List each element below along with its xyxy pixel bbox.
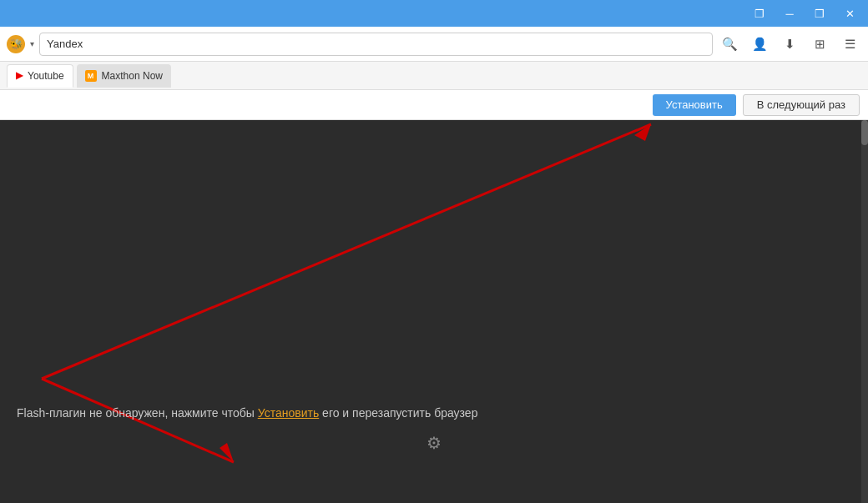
tab-maxthon-label: Maxthon Now (102, 70, 163, 82)
settings-icon[interactable]: ⚙ (426, 433, 442, 453)
svg-line-2 (42, 379, 234, 462)
search-icon[interactable]: 🔍 (718, 33, 741, 56)
toolbar: 🐝 ▾ Yandex 🔍 👤 ⬇ ⊞ ☰ (0, 27, 868, 62)
later-button[interactable]: В следующий раз (743, 94, 860, 116)
download-icon[interactable]: ⬇ (778, 33, 801, 56)
menu-icon[interactable]: ☰ (838, 33, 861, 56)
address-text: Yandex (47, 38, 83, 50)
svg-marker-3 (220, 443, 234, 462)
install-button[interactable]: Установить (653, 94, 736, 116)
close-button[interactable]: ✕ (835, 1, 865, 26)
maximize-button[interactable]: ❒ (805, 1, 835, 26)
tab-maxthon[interactable]: M Maxthon Now (77, 64, 171, 88)
svg-line-0 (42, 124, 651, 379)
maxthon-favicon-icon: M (85, 70, 97, 82)
flash-text-before: Flash-плагин не обнаружен, нажмите чтобы (17, 406, 258, 420)
dropdown-arrow-icon[interactable]: ▾ (30, 39, 34, 48)
scrollbar-thumb[interactable] (861, 120, 868, 145)
toolbar-icons: 🔍 👤 ⬇ ⊞ ☰ (718, 33, 861, 56)
flash-install-link[interactable]: Установить (258, 406, 319, 420)
svg-marker-1 (634, 124, 651, 141)
flash-text-after: его и перезапустить браузер (319, 406, 477, 420)
main-content: Flash-плагин не обнаружен, нажмите чтобы… (0, 120, 868, 503)
flash-message: Flash-плагин не обнаружен, нажмите чтобы… (17, 406, 477, 420)
tabs-bar: ▶ Youtube M Maxthon Now (0, 62, 868, 90)
minimize-button[interactable]: ─ (775, 1, 805, 26)
toolbar-left: 🐝 ▾ Yandex (7, 33, 713, 56)
title-bar: ❐ ─ ❒ ✕ (0, 0, 868, 27)
tab-youtube[interactable]: ▶ Youtube (7, 64, 73, 88)
user-icon[interactable]: 👤 (748, 33, 771, 56)
bee-icon[interactable]: 🐝 (7, 35, 25, 53)
grid-icon[interactable]: ⊞ (808, 33, 831, 56)
address-bar[interactable]: Yandex (39, 33, 713, 56)
notification-bar: Установить В следующий раз (0, 90, 868, 120)
youtube-favicon-icon: ▶ (16, 70, 23, 81)
tab-youtube-label: Youtube (28, 70, 64, 82)
restore-button[interactable]: ❐ (744, 1, 775, 26)
scrollbar[interactable] (861, 120, 868, 503)
